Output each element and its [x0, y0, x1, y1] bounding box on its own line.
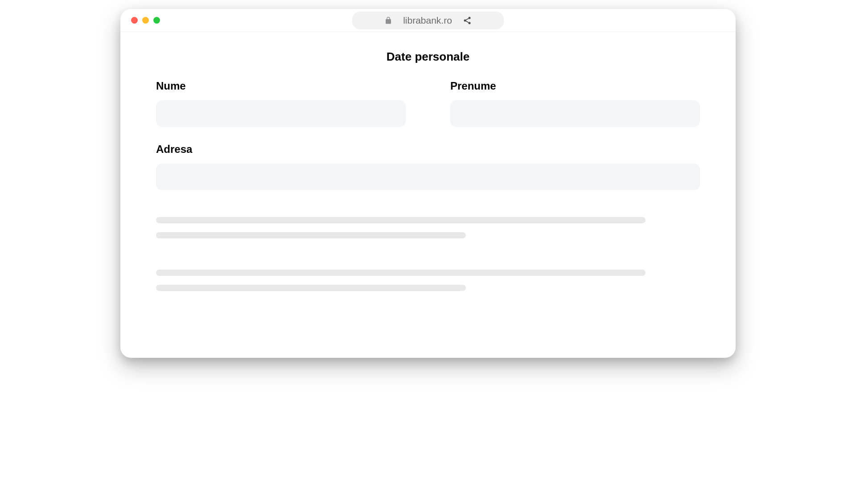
- svg-point-1: [464, 19, 466, 21]
- svg-point-0: [468, 16, 470, 19]
- placeholder-line: [156, 270, 646, 276]
- svg-point-2: [468, 22, 470, 24]
- placeholder-group-1: [156, 217, 700, 238]
- form-field-adresa: Adresa: [156, 143, 700, 190]
- placeholder-group-2: [156, 270, 700, 291]
- page-content: Date personale Nume Prenume Adresa: [120, 32, 736, 358]
- placeholder-section: [156, 217, 700, 291]
- form-field-prenume: Prenume: [450, 80, 700, 127]
- minimize-window-button[interactable]: [142, 17, 149, 24]
- traffic-lights: [131, 17, 160, 24]
- maximize-window-button[interactable]: [153, 17, 160, 24]
- prenume-input[interactable]: [450, 100, 700, 127]
- close-window-button[interactable]: [131, 17, 138, 24]
- prenume-label: Prenume: [450, 80, 700, 92]
- address-bar[interactable]: librabank.ro: [352, 12, 504, 29]
- share-icon[interactable]: [463, 16, 472, 25]
- browser-chrome: librabank.ro: [120, 9, 736, 32]
- form-field-nume: Nume: [156, 80, 406, 127]
- url-text: librabank.ro: [403, 15, 452, 26]
- form-row-name: Nume Prenume: [156, 80, 700, 127]
- lock-icon: [384, 16, 392, 25]
- nume-input[interactable]: [156, 100, 406, 127]
- nume-label: Nume: [156, 80, 406, 92]
- adresa-input[interactable]: [156, 164, 700, 190]
- placeholder-line: [156, 217, 646, 223]
- browser-window: librabank.ro Date personale Nume Prenume: [120, 9, 736, 358]
- placeholder-line: [156, 232, 466, 238]
- adresa-label: Adresa: [156, 143, 700, 156]
- page-title: Date personale: [156, 50, 700, 64]
- placeholder-line: [156, 285, 466, 291]
